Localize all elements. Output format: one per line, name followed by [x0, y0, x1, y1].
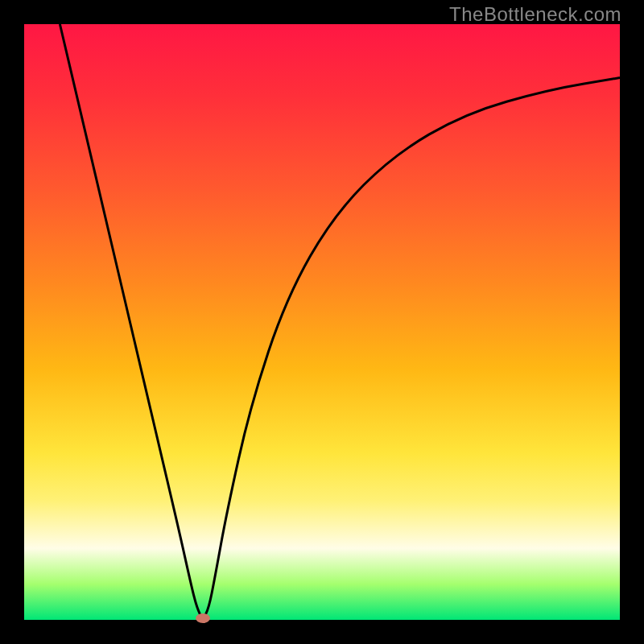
watermark-text: TheBottleneck.com: [449, 3, 621, 26]
bottleneck-curve: [60, 24, 620, 617]
plot-area: [24, 24, 620, 620]
chart-frame: TheBottleneck.com: [0, 0, 644, 644]
curve-svg: [24, 24, 620, 620]
minimum-marker: [196, 613, 210, 623]
